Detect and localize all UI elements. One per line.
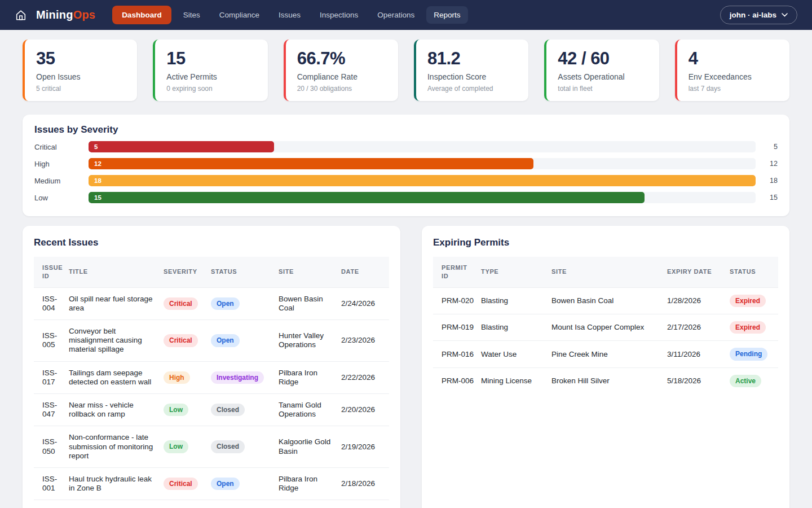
user-menu[interactable]: john · ai-labs: [720, 6, 797, 24]
column-header-date: Date: [341, 257, 389, 287]
issue-date-cell: 2/18/2026: [341, 467, 389, 500]
table-row[interactable]: ISS-017Tailings dam seepage detected on …: [34, 361, 389, 393]
permit-id-cell: PRM-019: [433, 314, 481, 341]
nav-item-issues[interactable]: Issues: [271, 6, 308, 24]
kpi-value: 4: [689, 49, 778, 69]
table-row[interactable]: PRM-006Mining LicenseBroken Hill Silver5…: [433, 367, 778, 394]
table-row[interactable]: ISS-047Near miss - vehicle rollback on r…: [34, 394, 389, 426]
expiring-permits-panel: Expiring Permits Permit IDTypeSiteExpiry…: [422, 226, 789, 508]
column-header-expiry-date: Expiry Date: [667, 257, 730, 287]
table-row[interactable]: PRM-019BlastingMount Isa Copper Complex2…: [433, 314, 778, 341]
table-row[interactable]: ISS-004Oil spill near fuel storage areaC…: [34, 287, 389, 319]
column-header-site: Site: [279, 257, 341, 287]
nav-item-inspections[interactable]: Inspections: [312, 6, 365, 24]
status-badge-expired: Expired: [730, 295, 766, 307]
severity-bar-fill: 5: [89, 141, 274, 152]
severity-bar-track: 5: [89, 141, 756, 152]
issue-title-cell: Observation - poor: [69, 500, 164, 508]
status-badge-closed: Closed: [211, 440, 245, 453]
column-header-issue-id: Issue ID: [34, 257, 69, 287]
table-row[interactable]: ISS-001Haul truck hydraulic leak in Zone…: [34, 467, 389, 500]
table-row[interactable]: ISS-050Non-conformance - late submission…: [34, 426, 389, 468]
issue-title-cell: Tailings dam seepage detected on eastern…: [69, 361, 164, 393]
issue-status-cell: Closed: [211, 500, 279, 508]
issue-id-cell: ISS-050: [34, 426, 69, 468]
permit-id-cell: PRM-016: [433, 341, 481, 367]
kpi-card-assets-operational: 42 / 60Assets Operationaltotal in fleet: [544, 40, 659, 101]
permit-id-cell: PRM-020: [433, 287, 481, 314]
status-badge-open: Open: [211, 334, 240, 347]
severity-row-medium: Medium1818: [34, 175, 778, 186]
brand-prefix: Mining: [36, 8, 73, 21]
permit-type-cell: Blasting: [481, 314, 551, 341]
permit-type-cell: Blasting: [481, 287, 551, 314]
permit-type-cell: Water Use: [481, 341, 551, 367]
recent-issues-header-row: Issue IDTitleSeverityStatusSiteDate: [34, 257, 389, 287]
kpi-value: 42 / 60: [558, 49, 647, 69]
issue-date-cell: 2/17/2026: [341, 500, 389, 508]
kpi-sublabel: 20 / 30 obligations: [297, 85, 387, 93]
table-row[interactable]: ISS-005Conveyor belt misalignment causin…: [34, 320, 389, 362]
issue-site-cell: Kalgoorlie Gold Basin: [279, 426, 341, 468]
kpi-card-compliance-rate: 66.7%Compliance Rate20 / 30 obligations: [284, 40, 398, 101]
home-icon[interactable]: [15, 9, 27, 21]
issue-site-cell: Pilbara Iron Ridge: [279, 467, 341, 500]
kpi-card-open-issues: 35Open Issues5 critical: [23, 40, 137, 101]
table-row[interactable]: PRM-016Water UsePine Creek Mine3/11/2026…: [433, 341, 778, 367]
nav-item-compliance[interactable]: Compliance: [212, 6, 267, 24]
kpi-card-inspection-score: 81.2Inspection ScoreAverage of completed: [414, 40, 528, 101]
nav-item-sites[interactable]: Sites: [176, 6, 208, 24]
table-row[interactable]: ISS-Observation - poorLowClosedKalgoorli…: [34, 500, 389, 508]
expiring-permits-body: PRM-020BlastingBowen Basin Coal1/28/2026…: [433, 287, 778, 394]
permit-status-cell: Pending: [730, 341, 778, 367]
nav-items: DashboardSitesComplianceIssuesInspection…: [112, 6, 467, 24]
status-badge-closed: Closed: [211, 404, 245, 416]
column-header-severity: Severity: [164, 257, 211, 287]
issue-id-cell: ISS-: [34, 500, 69, 508]
severity-bar-track: 15: [89, 192, 756, 203]
severity-label: High: [34, 160, 84, 168]
kpi-value: 66.7%: [297, 49, 387, 69]
expiring-permits-header-row: Permit IDTypeSiteExpiry DateStatus: [433, 257, 778, 287]
issue-severity-cell: High: [164, 361, 211, 393]
kpi-label: Assets Operational: [558, 72, 647, 81]
issue-id-cell: ISS-005: [34, 320, 69, 362]
severity-label: Critical: [34, 143, 84, 151]
status-badge-investigating: Investigating: [211, 371, 264, 384]
column-header-title: Title: [69, 257, 164, 287]
issue-severity-cell: Low: [164, 500, 211, 508]
severity-badge-low: Low: [164, 404, 188, 416]
kpi-value: 35: [36, 49, 126, 69]
issue-site-cell: Bowen Basin Coal: [279, 287, 341, 319]
kpi-label: Env Exceedances: [689, 72, 778, 81]
kpi-sublabel: 5 critical: [36, 85, 126, 93]
severity-label: Low: [34, 194, 84, 202]
issue-site-cell: Kalgoorlie Gold Basin: [279, 500, 341, 508]
permit-expiry-cell: 2/17/2026: [667, 314, 730, 341]
status-badge-open: Open: [211, 478, 240, 490]
issue-status-cell: Investigating: [211, 361, 279, 393]
status-badge-active: Active: [730, 375, 761, 387]
table-row[interactable]: PRM-020BlastingBowen Basin Coal1/28/2026…: [433, 287, 778, 314]
issue-severity-cell: Low: [164, 394, 211, 426]
issue-title-cell: Non-conformance - late submission of mon…: [69, 426, 164, 468]
permit-id-cell: PRM-006: [433, 367, 481, 394]
recent-issues-body: ISS-004Oil spill near fuel storage areaC…: [34, 287, 389, 508]
kpi-card-env-exceedances: 4Env Exceedanceslast 7 days: [675, 40, 789, 101]
nav-item-operations[interactable]: Operations: [370, 6, 422, 24]
permit-status-cell: Active: [730, 367, 778, 394]
nav-item-reports[interactable]: Reports: [426, 6, 467, 24]
kpi-sublabel: total in fleet: [558, 85, 647, 93]
permit-type-cell: Mining License: [481, 367, 551, 394]
nav-item-dashboard[interactable]: Dashboard: [112, 6, 171, 24]
brand-logo[interactable]: MiningOps: [36, 8, 95, 21]
issue-title-cell: Near miss - vehicle rollback on ramp: [69, 394, 164, 426]
severity-bar-fill: 12: [89, 158, 533, 169]
permit-site-cell: Broken Hill Silver: [551, 367, 667, 394]
kpi-sublabel: last 7 days: [689, 85, 778, 93]
severity-value: 5: [760, 143, 778, 151]
kpi-label: Compliance Rate: [297, 72, 387, 81]
recent-issues-panel: Recent Issues Issue IDTitleSeverityStatu…: [23, 226, 400, 508]
nav-left: MiningOps DashboardSitesComplianceIssues…: [15, 6, 468, 24]
severity-value: 18: [760, 177, 778, 185]
